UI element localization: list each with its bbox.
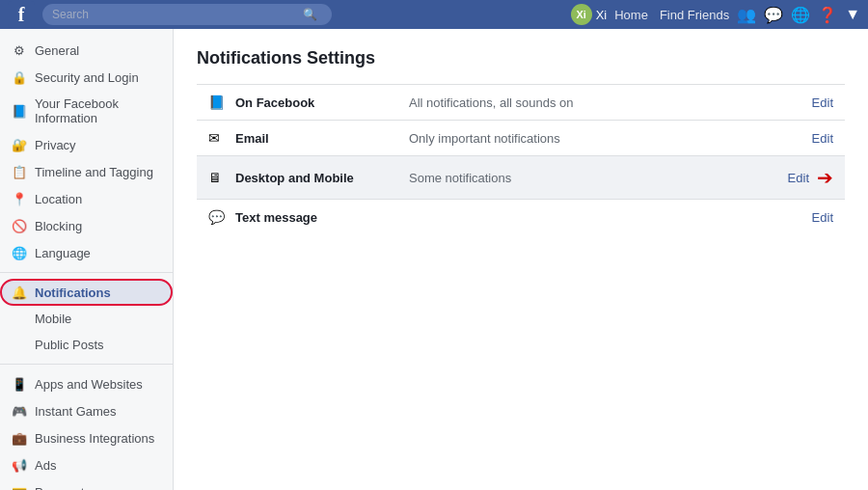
messenger-icon[interactable]: 💬 bbox=[764, 6, 783, 24]
sidebar-item-apps[interactable]: 📱Apps and Websites bbox=[0, 370, 173, 397]
sidebar: ⚙General🔒Security and Login📘Your Faceboo… bbox=[0, 29, 174, 490]
arrow-indicator: ➔ bbox=[817, 166, 833, 189]
sidebar-label-ads: Ads bbox=[35, 458, 56, 473]
sidebar-item-notifications[interactable]: 🔔Notifications bbox=[0, 279, 173, 306]
email-edit-link[interactable]: Edit bbox=[812, 131, 833, 146]
main-content: Notifications Settings 📘On FacebookAll n… bbox=[174, 29, 868, 490]
desktop-mobile-title: Desktop and Mobile bbox=[235, 171, 409, 185]
sidebar-item-location[interactable]: 📍Location bbox=[0, 185, 173, 212]
security-icon: 🔒 bbox=[12, 69, 27, 85]
privacy-icon: 🔐 bbox=[12, 137, 27, 152]
text-message-edit-link[interactable]: Edit bbox=[812, 210, 833, 225]
sidebar-label-general: General bbox=[35, 43, 79, 58]
app-header: f 🔍 Xi Xi Home Find Friends 👥 💬 🌐 ❓ ▼ bbox=[0, 0, 868, 29]
sidebar-label-security: Security and Login bbox=[35, 70, 139, 85]
user-profile[interactable]: Xi Xi bbox=[571, 4, 608, 25]
email-desc: Only important notifications bbox=[409, 131, 812, 146]
text-message-icon: 💬 bbox=[208, 209, 235, 225]
sidebar-item-language[interactable]: 🌐Language bbox=[0, 239, 173, 266]
on-facebook-icon: 📘 bbox=[208, 95, 235, 110]
desktop-mobile-desc: Some notifications bbox=[409, 171, 788, 185]
search-bar[interactable]: 🔍 bbox=[42, 4, 332, 25]
sidebar-label-public-posts: Public Posts bbox=[35, 338, 104, 352]
sidebar-item-timeline[interactable]: 📋Timeline and Tagging bbox=[0, 158, 173, 185]
timeline-icon: 📋 bbox=[12, 164, 27, 179]
location-icon: 📍 bbox=[12, 191, 27, 206]
on-facebook-edit-link[interactable]: Edit bbox=[812, 95, 833, 110]
blocking-icon: 🚫 bbox=[12, 218, 27, 233]
facebook-logo: f bbox=[8, 1, 35, 28]
globe-icon[interactable]: 🌐 bbox=[791, 6, 810, 24]
sidebar-item-payments[interactable]: 💳Payments bbox=[0, 478, 173, 490]
sidebar-item-security[interactable]: 🔒Security and Login bbox=[0, 64, 173, 91]
sidebar-label-location: Location bbox=[35, 192, 82, 206]
sidebar-label-payments: Payments bbox=[35, 485, 91, 491]
sidebar-divider bbox=[0, 364, 173, 365]
sidebar-label-timeline: Timeline and Tagging bbox=[35, 165, 153, 179]
general-icon: ⚙ bbox=[12, 42, 27, 58]
settings-row-on-facebook: 📘On FacebookAll notifications, all sound… bbox=[197, 84, 845, 120]
search-input[interactable] bbox=[52, 8, 303, 21]
help-icon[interactable]: ❓ bbox=[818, 6, 837, 24]
friends-icon[interactable]: 👥 bbox=[737, 6, 756, 24]
sidebar-item-privacy[interactable]: 🔐Privacy bbox=[0, 131, 173, 158]
apps-icon: 📱 bbox=[12, 376, 27, 392]
facebook-info-icon: 📘 bbox=[12, 103, 27, 119]
settings-rows: 📘On FacebookAll notifications, all sound… bbox=[197, 84, 845, 234]
username: Xi bbox=[596, 8, 608, 22]
search-button[interactable]: 🔍 bbox=[303, 8, 317, 21]
sidebar-label-blocking: Blocking bbox=[35, 219, 82, 233]
business-icon: 💼 bbox=[12, 430, 27, 446]
settings-row-desktop-mobile: 🖥Desktop and MobileSome notificationsEdi… bbox=[197, 155, 845, 199]
avatar: Xi bbox=[571, 4, 592, 25]
text-message-title: Text message bbox=[235, 210, 409, 225]
chevron-down-icon[interactable]: ▼ bbox=[845, 6, 860, 23]
sidebar-item-facebook-info[interactable]: 📘Your Facebook Information bbox=[0, 91, 173, 131]
email-icon: ✉ bbox=[208, 130, 235, 146]
sidebar-label-facebook-info: Your Facebook Information bbox=[35, 96, 161, 125]
email-title: Email bbox=[235, 131, 409, 146]
sidebar-label-notifications: Notifications bbox=[35, 286, 111, 300]
sidebar-item-general[interactable]: ⚙General bbox=[0, 37, 173, 64]
sidebar-label-mobile: Mobile bbox=[35, 312, 71, 326]
sidebar-label-apps: Apps and Websites bbox=[35, 377, 143, 392]
page-title: Notifications Settings bbox=[197, 48, 845, 68]
sidebar-divider bbox=[0, 272, 173, 273]
main-layout: ⚙General🔒Security and Login📘Your Faceboo… bbox=[0, 29, 868, 490]
settings-row-text-message: 💬Text messageEdit bbox=[197, 199, 845, 234]
sidebar-label-privacy: Privacy bbox=[35, 138, 76, 152]
settings-row-email: ✉EmailOnly important notificationsEdit bbox=[197, 120, 845, 155]
home-link[interactable]: Home bbox=[614, 8, 648, 22]
sidebar-label-language: Language bbox=[35, 246, 91, 260]
sidebar-item-mobile[interactable]: Mobile bbox=[0, 306, 173, 332]
sidebar-label-instant-games: Instant Games bbox=[35, 404, 117, 419]
ads-icon: 📢 bbox=[12, 457, 27, 473]
instant-games-icon: 🎮 bbox=[12, 403, 27, 419]
on-facebook-title: On Facebook bbox=[235, 95, 409, 110]
language-icon: 🌐 bbox=[12, 245, 27, 260]
sidebar-item-business[interactable]: 💼Business Integrations bbox=[0, 424, 173, 451]
sidebar-label-business: Business Integrations bbox=[35, 431, 154, 446]
sidebar-item-ads[interactable]: 📢Ads bbox=[0, 451, 173, 478]
desktop-mobile-edit-link[interactable]: Edit bbox=[788, 171, 809, 185]
payments-icon: 💳 bbox=[12, 484, 27, 490]
notifications-icon: 🔔 bbox=[12, 285, 27, 300]
sidebar-item-blocking[interactable]: 🚫Blocking bbox=[0, 212, 173, 239]
sidebar-item-public-posts[interactable]: Public Posts bbox=[0, 332, 173, 358]
find-friends-link[interactable]: Find Friends bbox=[660, 8, 729, 22]
sidebar-item-instant-games[interactable]: 🎮Instant Games bbox=[0, 397, 173, 424]
header-nav: Home Find Friends bbox=[614, 8, 729, 22]
desktop-mobile-icon: 🖥 bbox=[208, 170, 235, 185]
on-facebook-desc: All notifications, all sounds on bbox=[409, 95, 812, 110]
